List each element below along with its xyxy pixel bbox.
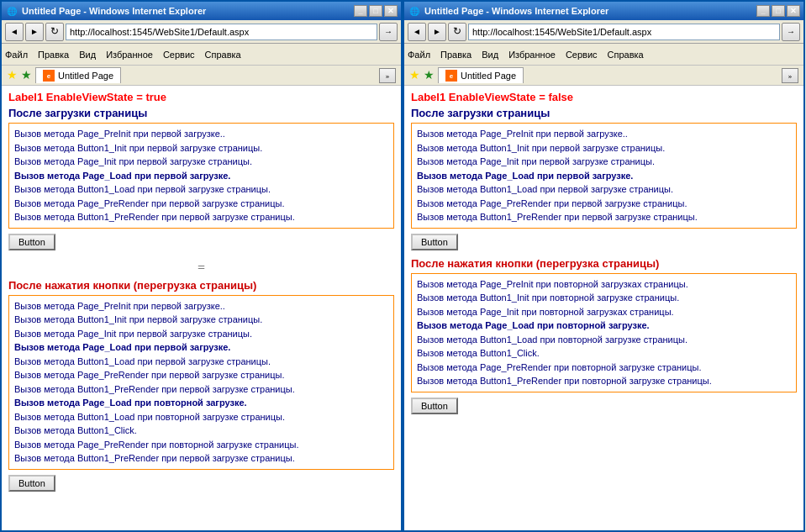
right-log-1-2: Вызов метода Page_Init при первой загруз… [417,155,791,169]
left-log-1-6: Вызов метода Button1_PreRender при перво… [14,210,388,224]
right-log-2-1: Вызов метода Button1_Init при повторной … [417,291,791,305]
left-section2-title: После нажатия кнопки (перегрузка страниц… [8,279,394,292]
left-ie-icon: 🌐 [5,4,18,18]
left-maximize-button[interactable]: □ [369,5,382,17]
right-log-1-3: Вызов метода Page_Load при первой загруз… [417,169,791,183]
right-log-2-6: Вызов метода Page_PreRender при повторно… [417,361,791,375]
right-fav-star2: ★ [424,68,435,82]
right-window-controls: _ □ ✕ [756,5,800,17]
left-log-2-5: Вызов метода Page_PreRender при первой з… [14,368,388,382]
left-go-button[interactable]: → [379,23,398,41]
right-nav-bar: ◄ ► ↻ → [404,20,803,44]
left-log-2-0: Вызов метода Page_PreInit при первой заг… [14,299,388,313]
right-forward-button[interactable]: ► [428,23,446,41]
right-menu-view[interactable]: Вид [482,50,498,60]
left-log-2-3: Вызов метода Page_Load при первой загруз… [14,340,388,355]
right-button-1[interactable]: Button [411,234,458,250]
left-log-2-9: Вызов метода Button1_Click. [14,424,388,438]
left-menu-edit[interactable]: Правка [38,50,69,60]
left-menu-help[interactable]: Справка [205,50,241,60]
left-menu-view[interactable]: Вид [79,50,96,60]
right-log-1-4: Вызов метода Button1_Load при первой заг… [417,182,791,197]
right-log-2-3: Вызов метода Page_Load при повторной заг… [417,319,791,333]
right-address-bar[interactable] [468,24,780,40]
right-menu-favorites[interactable]: Избранное [508,50,556,60]
right-tab-icon: e [445,70,457,82]
right-log-2-0: Вызов метода Page_PreInit при повторной … [417,277,791,292]
right-window-title: Untitled Page - Windows Internet Explore… [424,6,756,16]
right-log-2-5: Вызов метода Button1_Click. [417,346,791,361]
left-browser-window: 🌐 Untitled Page - Windows Internet Explo… [0,0,403,532]
right-close-button[interactable]: ✕ [787,5,800,17]
left-log-2-4: Вызов метода Button1_Load при первой заг… [14,355,388,369]
left-content-area: Label1 EnableViewState = true После загр… [2,86,401,530]
right-maximize-button[interactable]: □ [772,5,785,17]
right-fav-star1: ★ [409,68,420,82]
left-close-button[interactable]: ✕ [384,5,398,17]
left-log-2-11: Вызов метода Button1_PreRender при перво… [14,451,388,466]
right-menu-file[interactable]: Файл [408,50,430,60]
left-section1-title: После загрузки страницы [8,107,394,119]
left-log-1-1: Вызов метода Button1_Init при первой заг… [14,141,388,155]
right-log-2-7: Вызов метода Button1_PreRender при повто… [417,374,791,388]
left-log-2-2: Вызов метода Page_Init при первой загруз… [14,327,388,341]
right-menu-tools[interactable]: Сервис [566,50,598,60]
left-log-1-2: Вызов метода Page_Init при первой загруз… [14,155,388,169]
left-log-box-1: Вызов метода Page_PreInit при первой заг… [8,123,394,229]
right-refresh-button[interactable]: ↻ [448,23,466,41]
left-minimize-button[interactable]: _ [354,5,367,17]
left-tab-scroll[interactable]: » [379,68,396,83]
left-button-1[interactable]: Button [8,234,55,250]
left-fav-star1: ★ [7,68,18,82]
right-menu-help[interactable]: Справка [608,50,644,60]
right-section2-title: После нажатия кнопки (перегрузка страниц… [411,257,797,270]
left-log-2-8: Вызов метода Button1_Load при повторной … [14,410,388,424]
left-menu-favorites[interactable]: Избранное [106,50,153,60]
left-refresh-button[interactable]: ↻ [45,23,64,41]
left-log-2-6: Вызов метода Button1_PreRender при перво… [14,382,388,397]
left-menu-file[interactable]: Файл [5,50,28,60]
left-window-title: Untitled Page - Windows Internet Explore… [22,6,354,16]
left-log-1-3: Вызов метода Page_Load при первой загруз… [14,169,388,183]
left-nav-bar: ◄ ► ↻ → [2,20,401,44]
right-go-button[interactable]: → [782,23,800,41]
right-log-1-6: Вызов метода Button1_PreRender при перво… [417,210,791,224]
left-back-button[interactable]: ◄ [5,23,24,41]
left-tab[interactable]: e Untitled Page [35,67,121,83]
right-button-2[interactable]: Button [411,398,458,414]
left-tab-label: Untitled Page [58,71,113,81]
right-section1-title: После загрузки страницы [411,107,797,119]
right-favorites-bar: ★ ★ e Untitled Page » [404,66,803,86]
left-window-controls: _ □ ✕ [354,5,398,17]
left-log-1-4: Вызов метода Button1_Load при первой заг… [14,182,388,197]
left-log-2-10: Вызов метода Page_PreRender при повторно… [14,438,388,452]
right-back-button[interactable]: ◄ [408,23,426,41]
right-content-area: Label1 EnableViewState = false После заг… [404,86,803,530]
right-label-heading: Label1 EnableViewState = false [411,91,797,103]
left-address-bar[interactable] [66,24,377,40]
right-tab-scroll[interactable]: » [782,68,798,83]
left-divider: = [8,261,394,276]
right-browser-window: 🌐 Untitled Page - Windows Internet Explo… [403,0,805,532]
right-title-bar: 🌐 Untitled Page - Windows Internet Explo… [404,2,803,20]
left-fav-star2: ★ [21,68,32,82]
right-log-box-2: Вызов метода Page_PreInit при повторной … [411,273,797,392]
left-title-bar: 🌐 Untitled Page - Windows Internet Explo… [2,2,401,20]
right-log-1-1: Вызов метода Button1_Init при первой заг… [417,141,791,155]
left-tab-icon: e [43,70,55,82]
right-log-2-2: Вызов метода Page_Init при повторной заг… [417,305,791,319]
left-button-2[interactable]: Button [8,475,55,492]
right-log-box-1: Вызов метода Page_PreInit при первой заг… [411,123,797,229]
right-menu-bar: Файл Правка Вид Избранное Сервис Справка [404,44,803,66]
left-log-1-5: Вызов метода Page_PreRender при первой з… [14,197,388,211]
left-menu-tools[interactable]: Сервис [163,50,195,60]
right-tab-label: Untitled Page [461,71,516,81]
right-minimize-button[interactable]: _ [756,5,770,17]
right-tab[interactable]: e Untitled Page [438,67,524,83]
left-label-heading: Label1 EnableViewState = true [8,91,394,103]
left-favorites-bar: ★ ★ e Untitled Page » [2,66,401,86]
right-menu-edit[interactable]: Правка [440,50,471,60]
left-forward-button[interactable]: ► [25,23,44,41]
right-log-2-4: Вызов метода Button1_Load при повторной … [417,333,791,347]
left-log-2-1: Вызов метода Button1_Init при первой заг… [14,313,388,327]
